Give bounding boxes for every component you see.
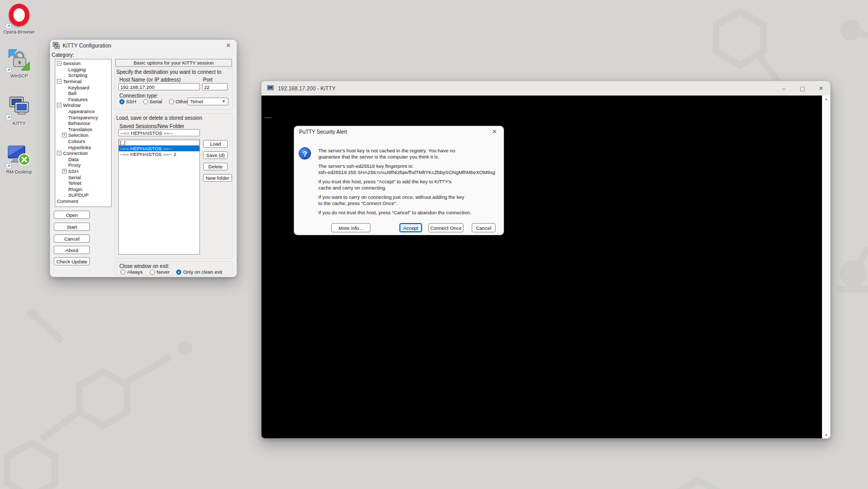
connection-type-label: Connection type: [119,93,158,99]
expand-icon[interactable]: + [62,133,67,137]
new-folder-button[interactable]: New folder [203,174,232,182]
tree-item-label: Proxy [68,162,81,168]
desktop-icon-opera-browser[interactable]: ↗Opera-Browser [2,3,36,35]
minimize-icon[interactable]: – [774,85,793,91]
category-label: Category: [52,52,74,58]
tree-item-scripting[interactable]: Scripting [55,72,111,78]
start-button[interactable]: Start [54,223,90,231]
about-button[interactable]: About [54,246,90,254]
radio-label: Serial [150,99,162,104]
tree-item-terminal[interactable]: −Terminal [55,78,111,85]
radio-label: Always [127,269,143,275]
close-exit-group-label: Close window on exit: [119,263,169,269]
desktop-icon-kitty[interactable]: ↗KiTTY [2,95,36,126]
tree-item-window[interactable]: −Window [55,102,111,108]
category-tree: −SessionLoggingScripting−TerminalKeyboar… [55,59,112,207]
tree-item-selection[interactable]: +Selection [55,132,111,138]
terminal-app-icon [267,85,274,91]
saved-sessions-label: Saved Sessions/New Folder [119,123,184,129]
open-button[interactable]: Open [54,211,90,219]
config-close-icon[interactable]: ✕ [224,42,233,49]
host-name-input[interactable]: 192.168.17.200 [118,83,200,90]
tree-item-ssh[interactable]: +SSH [55,168,111,175]
maximize-icon[interactable]: ▢ [793,85,812,92]
tree-item-label: Hyperlinks [68,145,91,150]
alert-titlebar[interactable]: PuTTY Security Alert ✕ [294,126,504,137]
connect-once-button[interactable]: Connect Once [428,223,463,232]
panel-header: Basic options for your KiTTY session [115,59,232,67]
port-input[interactable]: 22 [202,83,228,90]
terminal-scrollbar[interactable]: ▲ ▼ [822,96,830,438]
radio-icon [120,270,126,275]
check-update-button[interactable]: Check Update [54,257,90,265]
terminal-titlebar[interactable]: 192.168.17.200 - KiTTY – ▢ ✕ [261,81,830,96]
close-exit-radio-only-on-clean-exit[interactable]: Only on clean exit [176,269,222,275]
collapse-icon[interactable]: − [57,103,61,107]
tree-item-data[interactable]: Data [55,156,111,163]
tree-item-telnet[interactable]: Telnet [55,180,111,186]
alert-paragraph: If you want to carry on connecting just … [318,194,498,206]
tree-item-label: Bell [68,90,76,96]
cancel-button[interactable]: Cancel [472,223,495,232]
putty-security-alert-dialog: PuTTY Security Alert ✕ ? The server's ho… [293,125,504,235]
tree-item-behaviour[interactable]: Behaviour [55,120,111,127]
connection-type-radio-ssh[interactable]: SSH [119,99,136,104]
tree-item-colours[interactable]: Colours [55,138,111,145]
tree-item-features[interactable]: Features [55,97,111,103]
tree-item-logging[interactable]: Logging [55,67,111,73]
session-list-item[interactable]: --== HEPHAISTOS ==-- [119,146,199,151]
tree-item-label: Data [68,156,79,162]
session-listbox[interactable]: [..]--== HEPHAISTOS ==----== HEPHAISTOS … [118,139,200,255]
scroll-down-icon[interactable]: ▼ [825,433,828,437]
tree-item-comment[interactable]: Comment [55,198,111,204]
more-info-button[interactable]: More info... [331,223,370,232]
tree-item-proxy[interactable]: Proxy [55,162,111,168]
tree-item-translation[interactable]: Translation [55,127,111,133]
tree-item-keyboard[interactable]: Keyboard [55,84,111,90]
tree-item-serial[interactable]: Serial [55,174,111,180]
desktop-icon-winscp[interactable]: ↗WinSCP [2,48,36,78]
tree-item-transparency[interactable]: Transparency [55,114,111,120]
desktop-icon-rm-desktop[interactable]: ↗RM-Desktop [2,144,36,175]
port-label: Port [203,77,212,83]
tree-item-hyperlinks[interactable]: Hyperlinks [55,144,111,150]
session-list-item[interactable]: [..] [119,140,199,146]
shortcut-arrow-icon: ↗ [6,163,11,169]
collapse-icon[interactable]: − [57,61,61,66]
tree-item-label: Scripting [68,72,87,78]
close-icon[interactable]: ✕ [812,85,830,92]
tree-item-rlogin[interactable]: Rlogin [55,186,111,192]
tree-item-session[interactable]: −Session [55,60,111,67]
saved-session-input[interactable]: --== HEPHAISTOS ==-- [118,129,200,136]
tree-item-label: Logging [68,67,86,72]
collapse-icon[interactable]: − [57,79,61,84]
save-d-button[interactable]: Save (d) [203,151,228,159]
tree-item-label: SSH [68,168,79,174]
scroll-up-icon[interactable]: ▲ [825,97,828,101]
collapse-icon[interactable]: − [57,151,61,155]
tree-item-label: SUPDUP [68,192,89,198]
tree-item-bell[interactable]: Bell [55,90,111,97]
desktop-icon-label: WinSCP [2,73,36,78]
tree-item-label: Features [68,97,88,102]
tree-item-appearance[interactable]: Appearance [55,108,111,115]
tree-item-supdup[interactable]: SUPDUP [55,192,111,198]
desktop-icon-label: Opera-Browser [2,29,36,35]
accept-button[interactable]: Accept [399,223,422,232]
config-titlebar[interactable]: KiTTY Configuration ✕ [50,40,237,51]
connection-type-radio-serial[interactable]: Serial [143,99,162,104]
close-exit-radio-never[interactable]: Never [150,269,169,275]
other-protocol-dropdown[interactable]: Telnet ▼ [188,98,228,105]
cancel-button[interactable]: Cancel [54,234,90,243]
delete-button[interactable]: Delete [203,163,228,170]
tree-item-connection[interactable]: −Connection [55,150,111,156]
connection-type-radio-other[interactable]: Other: [169,99,189,104]
close-exit-radio-always[interactable]: Always [120,269,143,275]
load-button[interactable]: Load [203,140,228,148]
session-list-item[interactable]: --== HEPHAISTOS ==-- 2 [119,151,199,157]
radio-label: Never [157,269,169,275]
expand-icon[interactable]: + [62,169,67,173]
desktop-icon-label: KiTTY [2,121,36,126]
alert-close-icon[interactable]: ✕ [490,128,499,135]
radio-icon [176,270,181,275]
